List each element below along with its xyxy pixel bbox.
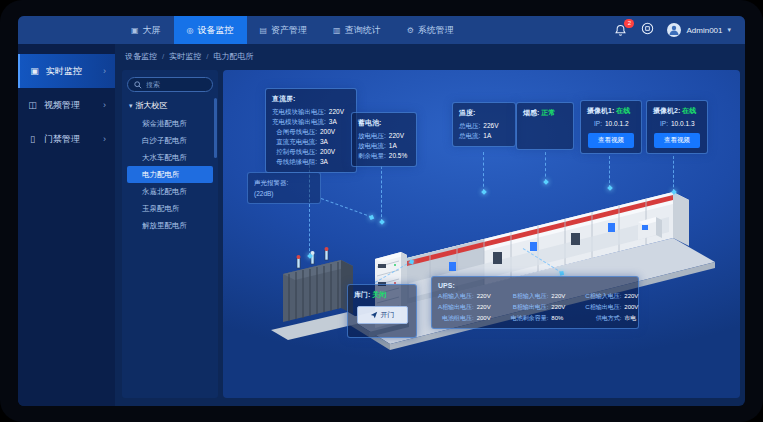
- breadcrumb-separator: /: [162, 52, 164, 61]
- metric-label: IP:: [587, 119, 602, 129]
- metric-value: 220V: [551, 303, 575, 312]
- content-area: 设备监控 / 实时监控 / 电力配电所 ▾ 浙大校区 紫金港配电所 白沙子配电所…: [115, 44, 745, 406]
- tab-system-management[interactable]: ⚙ 系统管理: [394, 16, 467, 44]
- door-icon: ▯: [27, 134, 38, 144]
- camera1-panel: 摄像机1: 在线 IP:10.0.1.2 查看视频: [580, 100, 642, 154]
- panel-title: 摄像机1:: [587, 107, 614, 114]
- user-name: Admin001: [686, 26, 722, 35]
- monitor-icon: ◎: [187, 26, 194, 35]
- tab-device-monitor[interactable]: ◎ 设备监控: [174, 16, 247, 44]
- sidebar-item-video-management[interactable]: ◫ 视频管理 ›: [18, 88, 115, 122]
- metric-label: 母线绝缘电阻:: [272, 157, 317, 167]
- tree-item-substation[interactable]: 玉泉配电所: [127, 200, 213, 217]
- tree-root-node[interactable]: ▾ 浙大校区: [129, 100, 211, 111]
- connector-line: [545, 152, 546, 182]
- sidebar: ▣ 实时监控 › ◫ 视频管理 › ▯ 门禁管理 ›: [18, 44, 115, 406]
- tree-item-substation[interactable]: 白沙子配电所: [127, 132, 213, 149]
- tree-scrollbar[interactable]: [214, 98, 217, 158]
- navbar-actions: 2 Admin001 ▾: [614, 16, 745, 44]
- metric-value: 220V: [551, 292, 575, 301]
- battery-panel: 蓄电池: 放电电压:220V 放电电流:1A 剩余电量:20.5%: [351, 112, 417, 167]
- metric-value: 1A: [389, 141, 410, 151]
- fullscreen-icon[interactable]: [641, 21, 654, 39]
- metric-value: 220V: [477, 303, 501, 312]
- metric-value: 20.5%: [389, 151, 410, 161]
- metric-value: 3A: [329, 117, 350, 127]
- connector-line: [483, 152, 484, 192]
- tree-root-label: 浙大校区: [136, 100, 168, 111]
- metric-value: 200V: [320, 127, 350, 137]
- tab-label: 大屏: [143, 24, 161, 37]
- avatar: [667, 23, 681, 37]
- view-video-button[interactable]: 查看视频: [654, 133, 700, 148]
- open-door-button[interactable]: 开门: [357, 306, 408, 324]
- camera1-status: 在线: [616, 107, 630, 114]
- metric-label: 总电流:: [459, 131, 480, 141]
- metric-label: 放电电压:: [358, 131, 386, 141]
- dc-screen-panel: 直流屏: 充电模块输出电压:220V 充电模块输出电流:3A 合闸母线电压:20…: [265, 88, 357, 173]
- tree-item-substation[interactable]: 紫金港配电所: [127, 115, 213, 132]
- metric-value: 200V: [477, 314, 501, 323]
- notification-bell-icon[interactable]: 2: [614, 23, 628, 37]
- tree-search[interactable]: [127, 77, 213, 92]
- breadcrumb-item[interactable]: 实时监控: [169, 51, 201, 62]
- chevron-right-icon: ›: [103, 134, 106, 144]
- tree-item-substation[interactable]: 解放里配电所: [127, 217, 213, 234]
- camera2-panel: 摄像机2: 在线 IP:10.0.1.3 查看视频: [646, 100, 708, 154]
- panel-title: 温度:: [459, 108, 509, 118]
- top-navbar: ▣ 大屏 ◎ 设备监控 ▤ 资产管理 ▥ 查询统计 ⚙ 系统管理: [18, 16, 745, 44]
- view-video-button[interactable]: 查看视频: [588, 133, 634, 148]
- metric-label: IP:: [653, 119, 668, 129]
- tab-label: 资产管理: [271, 24, 307, 37]
- smoke-sensor-panel: 烟感: 正常: [516, 102, 574, 150]
- station-tree-panel: ▾ 浙大校区 紫金港配电所 白沙子配电所 大水车配电所 电力配电所 永嘉北配电所…: [122, 70, 218, 398]
- metric-value: 3A: [320, 157, 350, 167]
- metric-label: C相输出电压:: [585, 303, 621, 312]
- sidebar-item-label: 实时监控: [46, 65, 82, 78]
- metric-label: 供电方式:: [585, 314, 621, 323]
- sidebar-item-realtime-monitor[interactable]: ▣ 实时监控 ›: [18, 54, 115, 88]
- sidebar-item-label: 门禁管理: [44, 133, 80, 146]
- nav-tabs: ▣ 大屏 ◎ 设备监控 ▤ 资产管理 ▥ 查询统计 ⚙ 系统管理: [118, 16, 467, 44]
- tree-item-substation-selected[interactable]: 电力配电所: [127, 166, 213, 183]
- open-door-icon: [370, 311, 378, 319]
- open-door-label: 开门: [381, 310, 395, 320]
- panel-title: 直流屏:: [272, 94, 350, 104]
- breadcrumb-item[interactable]: 设备监控: [125, 51, 157, 62]
- connector-line: [673, 156, 674, 192]
- metric-label: 总电压:: [459, 121, 480, 131]
- search-input[interactable]: [146, 81, 204, 88]
- breadcrumb: 设备监控 / 实时监控 / 电力配电所: [115, 44, 745, 68]
- camera2-status: 在线: [682, 107, 696, 114]
- metric-value: 226V: [483, 121, 509, 131]
- sidebar-item-access-control[interactable]: ▯ 门禁管理 ›: [18, 122, 115, 156]
- camera1-ip: 10.0.1.2: [605, 119, 635, 129]
- chevron-right-icon: ›: [103, 100, 106, 110]
- metric-label: A相输出电压:: [438, 303, 474, 312]
- user-menu[interactable]: Admin001 ▾: [667, 23, 731, 37]
- tab-asset-management[interactable]: ▤ 资产管理: [247, 16, 321, 44]
- metric-value: 3A: [320, 137, 350, 147]
- query-icon: ▥: [333, 26, 341, 35]
- tree-item-substation[interactable]: 大水车配电所: [127, 149, 213, 166]
- app-window: ▣ 大屏 ◎ 设备监控 ▤ 资产管理 ▥ 查询统计 ⚙ 系统管理: [18, 16, 745, 406]
- metric-value: 220V: [477, 292, 501, 301]
- panel-title: 摄像机2:: [653, 107, 680, 114]
- panel-title: 库门:: [354, 291, 370, 298]
- tab-dashboard[interactable]: ▣ 大屏: [118, 16, 174, 44]
- alarm-value: (22dB): [254, 188, 314, 199]
- panel-title: 烟感:: [523, 109, 539, 116]
- metric-label: A相输入电压:: [438, 292, 474, 301]
- camera2-ip: 10.0.1.3: [671, 119, 701, 129]
- tab-label: 查询统计: [345, 24, 381, 37]
- realtime-monitor-icon: ▣: [29, 66, 40, 76]
- metric-label: 电池剩余容量:: [511, 314, 549, 323]
- tree-item-substation[interactable]: 永嘉北配电所: [127, 183, 213, 200]
- panel-title: UPS:: [438, 282, 632, 289]
- notification-badge: 2: [624, 19, 634, 28]
- metric-label: 控制母线电压:: [272, 147, 317, 157]
- asset-icon: ▤: [260, 26, 268, 35]
- metric-value: 市电: [624, 314, 648, 323]
- metric-value: 1A: [483, 131, 509, 141]
- tab-query-statistics[interactable]: ▥ 查询统计: [320, 16, 394, 44]
